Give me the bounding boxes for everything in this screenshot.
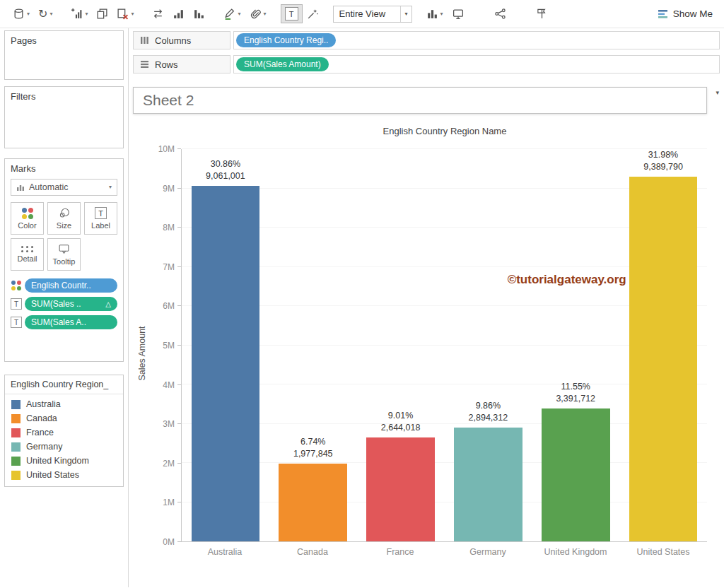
y-tick-label: 4M [163, 380, 175, 390]
detail-button[interactable]: Detail [11, 238, 44, 271]
x-axis-labels: AustraliaCanadaFranceGermanyUnited Kingd… [181, 547, 707, 557]
chevron-down-icon: ▾ [440, 11, 443, 17]
rows-shelf: Rows SUM(Sales Amount) [133, 55, 720, 74]
bar-value-label: 2,644,018 [381, 422, 421, 434]
size-button[interactable]: Size [47, 202, 81, 235]
new-worksheet-icon [71, 8, 83, 20]
refresh-icon: ↻ [38, 8, 47, 20]
tooltip-button-label: Tooltip [53, 257, 76, 266]
sheet-title[interactable]: Sheet 2 [133, 87, 707, 114]
bar-annotation: 6.74%1,977,845 [293, 436, 333, 460]
pages-shelf[interactable]: Pages [4, 30, 124, 80]
sort-ascending-button[interactable] [168, 5, 189, 23]
rows-pill[interactable]: SUM(Sales Amount) [236, 57, 329, 71]
marks-pill[interactable]: English Countr.. [25, 278, 117, 293]
group-members-button[interactable]: ▾ [245, 5, 270, 23]
legend-swatch [11, 428, 21, 437]
show-hide-cards-button[interactable]: ▾ [422, 5, 448, 23]
fix-axes-button[interactable] [303, 5, 323, 23]
y-tick-label: 3M [163, 419, 175, 429]
bar-canada[interactable] [279, 464, 347, 541]
chevron-down-icon: ▾ [131, 11, 134, 17]
bar-value-label: 9,389,790 [643, 161, 683, 173]
text-label-icon[interactable]: T [11, 317, 22, 328]
new-worksheet-button[interactable]: ▾ [66, 5, 92, 23]
color-icon [22, 208, 33, 219]
legend-item[interactable]: Canada [5, 411, 123, 425]
tooltip-mark-button[interactable]: Tooltip [47, 238, 81, 271]
chart-grid: Sales Amount 0M1M2M3M4M5M6M7M8M9M10M 30.… [133, 149, 720, 557]
marks-pills: English Countr..TSUM(Sales ..△TSUM(Sales… [11, 278, 117, 329]
bar-united-kingdom[interactable] [542, 408, 610, 541]
sheet-menu-caret[interactable]: ▾ [716, 89, 719, 96]
share-workbook-button[interactable] [490, 5, 510, 23]
bar-australia[interactable] [192, 186, 260, 541]
presentation-mode-button[interactable] [448, 5, 469, 23]
y-tick-label: 1M [163, 498, 175, 507]
new-data-source-button[interactable]: ▾ [8, 5, 34, 23]
bar-column: 31.98%9,389,790 [619, 149, 707, 541]
auto-update-button[interactable]: ↻ ▾ [34, 6, 57, 23]
show-mark-labels-button[interactable]: T [281, 4, 303, 23]
label-button[interactable]: T Label [84, 202, 117, 235]
text-label-icon[interactable]: T [11, 298, 22, 310]
duplicate-sheet-button[interactable] [92, 5, 112, 23]
swap-rows-columns-button[interactable] [148, 5, 168, 23]
y-tick-label: 9M [163, 184, 175, 194]
y-axis-ticks: 0M1M2M3M4M5M6M7M8M9M10M [151, 149, 181, 542]
bar-united-states[interactable] [629, 177, 698, 541]
legend-swatch [11, 414, 21, 423]
columns-pill[interactable]: English Country Regi.. [236, 33, 336, 47]
paperclip-icon [249, 8, 261, 20]
y-tick-label: 10M [158, 144, 175, 154]
color-marks-icon[interactable] [11, 280, 22, 291]
x-axis-label: Germany [444, 547, 532, 557]
duplicate-icon [96, 8, 108, 20]
bar-percent-label: 31.98% [643, 149, 683, 161]
main-area: Columns English Country Regi.. Rows SUM(… [129, 28, 724, 587]
fit-selector-caret[interactable]: ▾ [400, 6, 411, 22]
legend-item[interactable]: United States [5, 468, 123, 482]
legend-item[interactable]: France [5, 425, 123, 440]
pill-label: SUM(Sales A.. [31, 317, 111, 327]
plot-area: 30.86%9,061,0016.74%1,977,8459.01%2,644,… [181, 149, 707, 542]
x-axis-label: Canada [269, 547, 356, 557]
bar-germany[interactable] [454, 428, 522, 541]
show-me-icon [658, 9, 669, 19]
watermark: ©tutorialgateway.org [508, 273, 626, 287]
marks-pill[interactable]: SUM(Sales A.. [25, 315, 117, 329]
size-button-label: Size [57, 221, 71, 230]
highlight-button[interactable]: ▾ [219, 5, 245, 23]
bar-column: 9.01%2,644,018 [357, 149, 445, 541]
y-tick-label: 7M [163, 262, 175, 272]
y-tick-label: 5M [163, 341, 175, 351]
sort-descending-button[interactable] [189, 5, 209, 23]
bar-value-label: 1,977,845 [293, 448, 333, 460]
clear-sheet-button[interactable]: ▾ [112, 5, 138, 23]
rows-shelf-area[interactable]: SUM(Sales Amount) [233, 55, 720, 74]
legend-item[interactable]: Germany [5, 440, 123, 454]
legend-item[interactable]: Australia [5, 397, 123, 411]
columns-shelf-area[interactable]: English Country Regi.. [233, 31, 720, 49]
tooltip-button[interactable] [532, 5, 552, 23]
marks-pill[interactable]: SUM(Sales ..△ [25, 297, 117, 311]
color-button[interactable]: Color [11, 202, 44, 235]
x-axis-label: Australia [181, 547, 269, 557]
filters-shelf[interactable]: Filters [4, 86, 124, 148]
legend-item[interactable]: United Kingdom [5, 454, 123, 468]
bar-value-label: 3,391,712 [556, 393, 595, 405]
flag-icon [536, 8, 548, 20]
show-me-button[interactable]: Show Me [655, 6, 716, 21]
bar-column: 6.74%1,977,845 [269, 149, 357, 541]
legend-swatch [11, 400, 21, 409]
mark-type-select[interactable]: Automatic ▾ [11, 179, 117, 196]
marks-buttons: Color Size T Label Detail Tooltip [11, 202, 117, 271]
marks-label: Marks [5, 159, 123, 177]
fit-selector[interactable]: Entire View ▾ [333, 6, 412, 23]
bar-value-label: 2,894,312 [469, 412, 508, 424]
bar-france[interactable] [366, 437, 435, 541]
columns-icon [140, 36, 149, 45]
pages-label: Pages [5, 31, 123, 49]
bar-percent-label: 11.55% [556, 381, 595, 393]
bar-value-label: 9,061,001 [206, 170, 245, 182]
